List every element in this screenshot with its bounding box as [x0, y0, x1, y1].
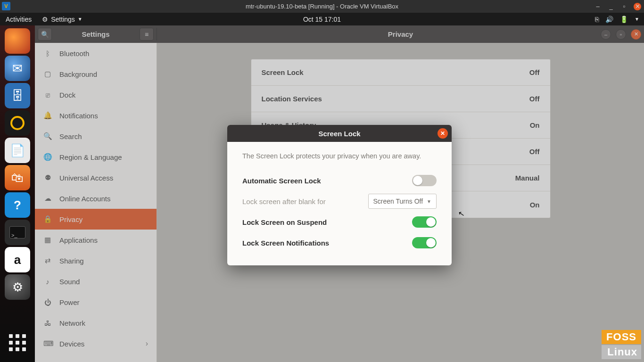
- watermark-linux: Linux: [602, 345, 641, 359]
- files-icon[interactable]: 🗄: [5, 83, 30, 108]
- privacy-row[interactable]: Screen LockOff: [251, 59, 550, 86]
- row-value: Off: [529, 95, 540, 103]
- automatic-screen-lock-row: Automatic Screen Lock: [242, 170, 437, 191]
- settings-icon[interactable]: ⚙: [5, 274, 30, 300]
- sidebar-item-notifications[interactable]: 🔔Notifications: [35, 105, 157, 126]
- vb-shade-button[interactable]: –: [594, 3, 602, 10]
- window-close-button[interactable]: ✕: [631, 29, 641, 40]
- sidebar-item-label: Privacy: [59, 215, 83, 223]
- volume-icon: 🔊: [605, 16, 613, 23]
- sidebar-item-label: Search: [59, 132, 82, 140]
- sidebar-item-region-language[interactable]: 🌐Region & Language: [35, 147, 157, 167]
- sidebar-item-applications[interactable]: ▦Applications: [35, 230, 157, 250]
- sidebar-item-icon: ⇄: [43, 256, 52, 265]
- lock-after-blank-combo[interactable]: Screen Turns Off ▼: [368, 194, 437, 209]
- row-value: Manual: [515, 174, 540, 182]
- row-value: Off: [529, 68, 540, 76]
- row-label: Screen Lock: [262, 68, 304, 76]
- sidebar-item-background[interactable]: ▢Background: [35, 64, 157, 84]
- sidebar-item-search[interactable]: 🔍Search: [35, 126, 157, 147]
- sidebar-item-label: Dock: [59, 91, 75, 99]
- thunderbird-icon[interactable]: ✉: [5, 56, 30, 81]
- gear-icon: ⚙: [42, 16, 48, 23]
- virtualbox-logo-icon: [2, 2, 10, 10]
- sidebar-item-devices[interactable]: ⌨Devices›: [35, 333, 157, 354]
- sidebar-item-icon: ☁: [43, 194, 52, 203]
- sidebar-item-label: Applications: [59, 236, 98, 244]
- sidebar-item-dock[interactable]: ⎚Dock: [35, 84, 157, 105]
- vb-maximize-button[interactable]: ▫: [620, 3, 628, 10]
- sidebar-item-power[interactable]: ⏻Power: [35, 292, 157, 313]
- sidebar-item-label: Region & Language: [59, 153, 122, 161]
- amazon-icon[interactable]: a: [5, 247, 30, 272]
- row-value: Off: [529, 148, 540, 156]
- firefox-icon[interactable]: [5, 28, 30, 54]
- sidebar-item-sound[interactable]: ♪Sound: [35, 271, 157, 292]
- sidebar-item-icon: ⏻: [43, 298, 52, 306]
- chevron-right-icon: ›: [146, 360, 148, 362]
- sidebar-item-universal-access[interactable]: ⚉Universal Access: [35, 167, 157, 188]
- system-status-area[interactable]: ⎘ 🔊 🔋 ▼: [595, 16, 639, 23]
- sidebar-item-online-accounts[interactable]: ☁Online Accounts: [35, 188, 157, 209]
- hamburger-menu-button[interactable]: ≡: [140, 28, 154, 41]
- lock-notifications-switch[interactable]: [412, 237, 437, 248]
- dialog-title: Screen Lock: [318, 130, 360, 138]
- sidebar-item-icon: 🔒: [43, 215, 52, 223]
- rhythmbox-icon[interactable]: [5, 110, 30, 136]
- search-icon: 🔍: [41, 31, 49, 38]
- dialog-close-button[interactable]: ✕: [438, 128, 448, 139]
- combo-value: Screen Turns Off: [373, 197, 423, 205]
- sidebar-item-details[interactable]: ⋯Details›: [35, 354, 157, 362]
- privacy-row[interactable]: Location ServicesOff: [251, 86, 550, 112]
- sidebar-item-privacy[interactable]: 🔒Privacy: [35, 209, 157, 230]
- search-button[interactable]: 🔍: [38, 28, 52, 41]
- virtualbox-window-controls: – _ ▫ ✕: [594, 0, 641, 13]
- vb-minimize-button[interactable]: _: [607, 3, 615, 10]
- chevron-down-icon: ▼: [78, 16, 83, 22]
- lock-notifications-row: Lock Screen Notifications: [242, 232, 437, 253]
- sidebar-item-icon: 🔍: [43, 132, 52, 140]
- vb-close-button[interactable]: ✕: [634, 3, 641, 10]
- virtualbox-title: mtr-ubuntu-19.10-beta [Running] - Oracle…: [246, 3, 398, 10]
- watermark: FOSS Linux: [602, 330, 641, 359]
- app-menu[interactable]: ⚙ Settings ▼: [42, 16, 83, 23]
- sidebar-item-icon: ♪: [43, 278, 52, 286]
- sidebar-item-icon: 🔔: [43, 111, 52, 120]
- page-title: Privacy: [388, 30, 413, 38]
- chevron-down-icon: ▼: [635, 16, 639, 22]
- settings-sidebar: ᛒBluetooth▢Background⎚Dock🔔Notifications…: [35, 43, 157, 362]
- sidebar-item-icon: 🌐: [43, 153, 52, 161]
- row-value: On: [530, 201, 540, 209]
- dock: ✉ 🗄 📄 🛍 ? a ⚙: [0, 25, 35, 362]
- window-maximize-button[interactable]: ▫: [616, 29, 626, 40]
- sidebar-item-label: Power: [59, 298, 80, 306]
- show-applications-button[interactable]: [5, 330, 30, 355]
- sidebar-item-bluetooth[interactable]: ᛒBluetooth: [35, 43, 157, 64]
- gnome-top-panel: Activities ⚙ Settings ▼ Oct 15 17:01 ⎘ 🔊…: [0, 13, 644, 25]
- window-minimize-button[interactable]: –: [601, 29, 611, 40]
- lock-after-blank-label: Lock screen after blank for: [242, 197, 326, 206]
- sidebar-item-label: Background: [59, 70, 97, 78]
- sidebar-item-label: Network: [59, 319, 85, 327]
- sidebar-item-icon: ⎚: [43, 91, 52, 99]
- help-icon[interactable]: ?: [5, 192, 30, 218]
- close-icon: ✕: [440, 130, 445, 137]
- sidebar-item-label: Notifications: [59, 112, 98, 120]
- automatic-screen-lock-switch[interactable]: [412, 175, 437, 186]
- lock-on-suspend-switch[interactable]: [412, 216, 437, 228]
- lock-after-blank-row: Lock screen after blank for Screen Turns…: [242, 191, 437, 212]
- sidebar-item-label: Sound: [59, 278, 80, 286]
- clock[interactable]: Oct 15 17:01: [303, 16, 341, 23]
- activities-button[interactable]: Activities: [6, 16, 32, 23]
- sidebar-item-network[interactable]: 🖧Network: [35, 313, 157, 333]
- battery-icon: 🔋: [620, 16, 628, 23]
- libreoffice-writer-icon[interactable]: 📄: [5, 138, 30, 163]
- settings-headerbar: 🔍 Settings ≡ Privacy – ▫ ✕: [35, 25, 644, 43]
- ubuntu-software-icon[interactable]: 🛍: [5, 165, 30, 190]
- lock-on-suspend-label: Lock Screen on Suspend: [242, 218, 327, 226]
- terminal-icon[interactable]: [5, 220, 30, 245]
- row-value: On: [530, 121, 540, 129]
- sidebar-item-label: Sharing: [59, 257, 84, 265]
- sidebar-item-sharing[interactable]: ⇄Sharing: [35, 250, 157, 271]
- chevron-down-icon: ▼: [427, 199, 431, 204]
